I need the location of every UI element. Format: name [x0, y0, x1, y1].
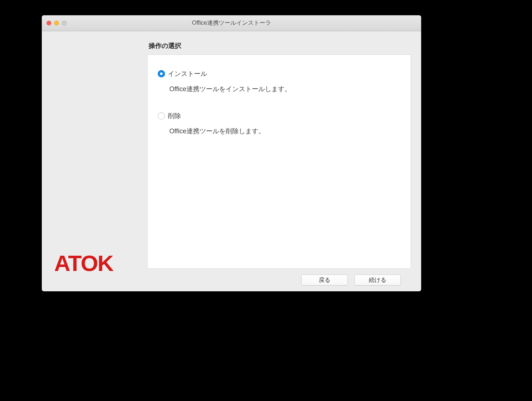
radio-selected-icon: [158, 70, 165, 77]
body-area: ATOK 操作の選択 インストール Office連携ツールをインストールします。: [42, 31, 421, 291]
footer: 戻る 続ける: [147, 269, 411, 291]
traffic-lights: [42, 21, 66, 25]
delete-description: Office連携ツールを削除します。: [158, 127, 400, 135]
install-description: Office連携ツールをインストールします。: [158, 85, 400, 93]
radio-unselected-icon: [158, 112, 165, 120]
continue-button[interactable]: 続ける: [354, 275, 401, 285]
section-heading: 操作の選択: [147, 41, 411, 50]
back-button[interactable]: 戻る: [301, 275, 348, 285]
main-content: 操作の選択 インストール Office連携ツールをインストールします。 削除: [147, 31, 421, 291]
atok-logo: ATOK: [54, 250, 113, 276]
option-install: インストール Office連携ツールをインストールします。: [158, 69, 400, 93]
sidebar: ATOK: [42, 31, 147, 291]
maximize-icon: [62, 21, 66, 25]
radio-install[interactable]: インストール: [158, 69, 400, 78]
radio-delete[interactable]: 削除: [158, 112, 400, 120]
radio-delete-label: 削除: [168, 112, 181, 120]
content-box: インストール Office連携ツールをインストールします。 削除 Office連…: [147, 54, 411, 269]
installer-window: Office連携ツールインストーラ ATOK 操作の選択 インストール Offi…: [42, 15, 421, 291]
window-title: Office連携ツールインストーラ: [42, 19, 421, 27]
minimize-icon[interactable]: [54, 21, 59, 25]
option-delete: 削除 Office連携ツールを削除します。: [158, 112, 400, 135]
radio-install-label: インストール: [168, 69, 207, 78]
titlebar: Office連携ツールインストーラ: [42, 15, 421, 31]
close-icon[interactable]: [47, 21, 51, 25]
